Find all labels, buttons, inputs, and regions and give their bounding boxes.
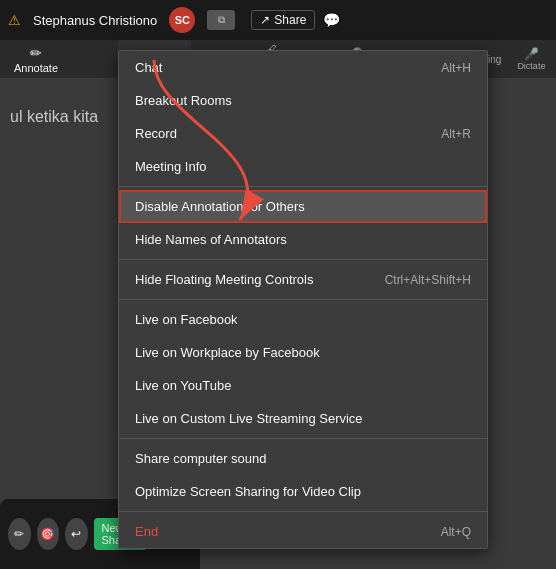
top-bar: ⚠ Stephanus Christiono SC ⧉ ↗ Share 💬	[0, 0, 556, 40]
comment-icon[interactable]: 💬	[323, 12, 340, 28]
eraser-btn-bg: ✏	[8, 518, 31, 550]
share-icon: ↗	[260, 13, 270, 27]
menu-item-label-11: Share computer sound	[135, 451, 267, 466]
restore-window-icon[interactable]: ⧉	[207, 10, 235, 30]
menu-item-13[interactable]: EndAlt+Q	[119, 515, 487, 548]
menu-item-9[interactable]: Live on YouTube	[119, 369, 487, 402]
menu-item-label-12: Optimize Screen Sharing for Video Clip	[135, 484, 361, 499]
menu-item-label-1: Breakout Rooms	[135, 93, 232, 108]
menu-item-shortcut-6: Ctrl+Alt+Shift+H	[385, 273, 471, 287]
menu-item-3[interactable]: Meeting Info	[119, 150, 487, 183]
menu-item-label-9: Live on YouTube	[135, 378, 231, 393]
menu-item-2[interactable]: RecordAlt+R	[119, 117, 487, 150]
user-avatar: SC	[169, 7, 195, 33]
menu-item-label-4: Disable Annotation for Others	[135, 199, 305, 214]
menu-separator-12	[119, 511, 487, 512]
menu-item-label-5: Hide Names of Annotators	[135, 232, 287, 247]
content-text: ul ketika kita	[10, 108, 98, 126]
menu-item-11[interactable]: Share computer sound	[119, 442, 487, 475]
menu-item-10[interactable]: Live on Custom Live Streaming Service	[119, 402, 487, 435]
menu-item-shortcut-0: Alt+H	[441, 61, 471, 75]
user-name: Stephanus Christiono	[25, 13, 165, 28]
menu-item-label-6: Hide Floating Meeting Controls	[135, 272, 313, 287]
share-button[interactable]: ↗ Share	[251, 10, 315, 30]
menu-item-label-3: Meeting Info	[135, 159, 207, 174]
dictate-btn[interactable]: 🎤 Dictate	[513, 45, 549, 73]
menu-separator-3	[119, 186, 487, 187]
menu-item-7[interactable]: Live on Facebook	[119, 303, 487, 336]
menu-separator-5	[119, 259, 487, 260]
menu-item-label-10: Live on Custom Live Streaming Service	[135, 411, 363, 426]
menu-item-shortcut-13: Alt+Q	[441, 525, 471, 539]
menu-item-label-7: Live on Facebook	[135, 312, 238, 327]
menu-item-label-2: Record	[135, 126, 177, 141]
menu-item-12[interactable]: Optimize Screen Sharing for Video Clip	[119, 475, 487, 508]
menu-item-0[interactable]: ChatAlt+H	[119, 51, 487, 84]
menu-separator-10	[119, 438, 487, 439]
menu-item-shortcut-2: Alt+R	[441, 127, 471, 141]
menu-item-5[interactable]: Hide Names of Annotators	[119, 223, 487, 256]
menu-item-label-13: End	[135, 524, 158, 539]
warning-icon: ⚠	[8, 12, 21, 28]
menu-item-1[interactable]: Breakout Rooms	[119, 84, 487, 117]
top-bar-left: ⚠ Stephanus Christiono SC ⧉ ↗ Share 💬	[0, 7, 340, 33]
menu-item-8[interactable]: Live on Workplace by Facebook	[119, 336, 487, 369]
focus-btn-bg: 🎯	[37, 518, 60, 550]
menu-item-6[interactable]: Hide Floating Meeting ControlsCtrl+Alt+S…	[119, 263, 487, 296]
annotate-button[interactable]: ✏ Annotate	[8, 43, 64, 76]
annotate-icon: ✏	[30, 45, 42, 61]
more-dropdown-menu: ChatAlt+HBreakout RoomsRecordAlt+RMeetin…	[118, 50, 488, 549]
menu-separator-6	[119, 299, 487, 300]
undo-btn-bg: ↩	[65, 518, 88, 550]
menu-item-label-8: Live on Workplace by Facebook	[135, 345, 320, 360]
dictate-icon: 🎤	[524, 47, 539, 61]
menu-item-label-0: Chat	[135, 60, 162, 75]
menu-item-4[interactable]: Disable Annotation for Others	[119, 190, 487, 223]
